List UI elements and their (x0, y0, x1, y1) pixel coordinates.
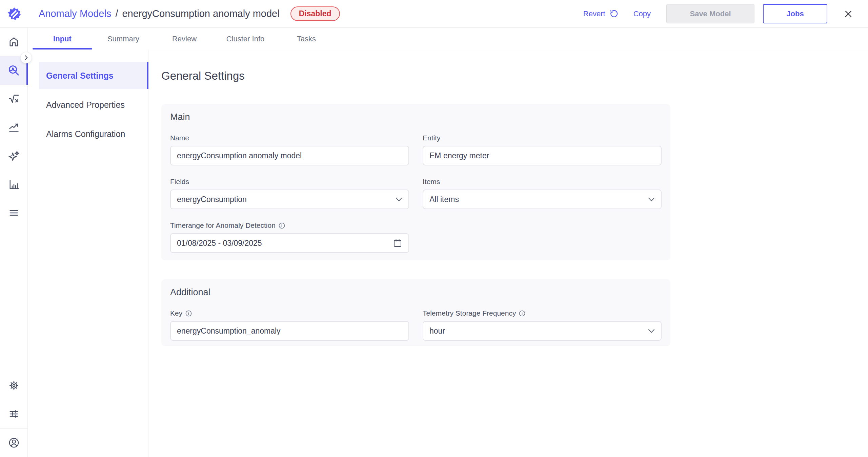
revert-button[interactable]: Revert (583, 9, 618, 18)
rail-item-sparkles[interactable] (0, 142, 27, 170)
field-key-label: Key (170, 309, 409, 317)
rail-item-trend[interactable] (0, 113, 27, 142)
header: Anomaly Models / energyConsumption anoma… (0, 0, 868, 28)
revert-undo-icon (609, 9, 618, 18)
field-entity: Entity (423, 134, 662, 165)
sliders-icon (8, 408, 20, 420)
rail-item-sliders[interactable] (0, 400, 27, 428)
chevron-down-icon (648, 197, 655, 202)
telemetry-frequency-select[interactable]: hour (423, 321, 662, 341)
breadcrumb: Anomaly Models / energyConsumption anoma… (39, 8, 280, 19)
timerange-value: 01/08/2025 - 03/09/2025 (177, 239, 262, 248)
formula-icon (8, 93, 20, 105)
info-icon[interactable] (185, 310, 192, 317)
revert-label: Revert (583, 9, 605, 18)
sidenav-item-general-settings[interactable]: General Settings (39, 62, 148, 89)
calendar-icon[interactable] (393, 238, 402, 248)
anomaly-search-icon (7, 64, 20, 77)
timerange-input[interactable]: 01/08/2025 - 03/09/2025 (170, 233, 409, 253)
entity-input[interactable] (423, 146, 662, 165)
tab-cluster-info[interactable]: Cluster Info (215, 28, 276, 50)
section-main-title: Main (170, 112, 662, 122)
telemetry-label-text: Telemetry Storage Frequency (423, 309, 516, 317)
tab-review[interactable]: Review (154, 28, 215, 50)
rail-item-settings[interactable] (0, 371, 27, 400)
field-timerange: Timerange for Anomaly Detection 01/08/20… (170, 221, 409, 253)
items-select[interactable]: All items (423, 190, 662, 209)
copy-button[interactable]: Copy (633, 9, 651, 18)
close-icon[interactable] (843, 8, 854, 19)
tab-tasks[interactable]: Tasks (276, 28, 337, 50)
chevron-down-icon (396, 197, 402, 202)
breadcrumb-current: energyConsumption anomaly model (122, 8, 279, 19)
jobs-button[interactable]: Jobs (763, 4, 827, 23)
tab-summary[interactable]: Summary (93, 28, 154, 50)
sidenav-item-alarms-configuration[interactable]: Alarms Configuration (39, 120, 148, 147)
info-icon[interactable] (279, 222, 285, 229)
main-content: General Settings Main Name Entity Fields (149, 50, 868, 457)
rail-item-bar-chart[interactable] (0, 170, 27, 199)
field-name: Name (170, 134, 409, 165)
settings-gear-icon (8, 379, 20, 392)
breadcrumb-parent-link[interactable]: Anomaly Models (39, 8, 111, 19)
settings-sidenav: General Settings Advanced Properties Ala… (28, 50, 148, 457)
profile-icon (7, 436, 20, 449)
telemetry-frequency-value: hour (429, 326, 445, 336)
timerange-label-text: Timerange for Anomaly Detection (170, 221, 276, 230)
page-title: General Settings (161, 69, 868, 83)
rail-spacer (0, 227, 27, 371)
sidebar-expand-button[interactable] (20, 52, 32, 63)
icon-rail (0, 28, 28, 457)
rail-item-formula[interactable] (0, 85, 27, 113)
field-entity-label: Entity (423, 134, 662, 142)
field-name-label: Name (170, 134, 409, 142)
name-input[interactable] (170, 146, 409, 165)
rail-item-menu[interactable] (0, 199, 27, 227)
tab-input[interactable]: Input (32, 28, 93, 50)
rail-item-profile[interactable] (0, 429, 27, 457)
app-logo-icon (7, 6, 22, 21)
field-telemetry-frequency: Telemetry Storage Frequency hour (423, 309, 662, 341)
field-key: Key (170, 309, 409, 341)
header-actions: Revert Copy Save Model Jobs (583, 4, 854, 23)
fields-select-value: energyConsumption (177, 195, 247, 204)
copy-label: Copy (633, 9, 651, 18)
app-window: Anomaly Models / energyConsumption anoma… (0, 0, 868, 457)
items-select-value: All items (429, 195, 459, 204)
trend-chart-icon (8, 121, 20, 134)
key-label-text: Key (170, 309, 182, 317)
tab-bar: Input Summary Review Cluster Info Tasks (28, 28, 868, 50)
section-additional-title: Additional (170, 287, 662, 298)
section-additional: Additional Key Telemetry (161, 279, 670, 346)
menu-icon (8, 207, 20, 219)
info-icon[interactable] (519, 310, 525, 317)
breadcrumb-separator: / (115, 8, 118, 19)
chevron-down-icon (648, 329, 655, 333)
bar-chart-icon (8, 178, 20, 191)
fields-select[interactable]: energyConsumption (170, 190, 409, 209)
field-items: Items All items (423, 178, 662, 209)
sidenav-item-advanced-properties[interactable]: Advanced Properties (39, 91, 148, 118)
field-timerange-label: Timerange for Anomaly Detection (170, 221, 409, 230)
key-input[interactable] (170, 321, 409, 341)
field-items-label: Items (423, 178, 662, 186)
section-main: Main Name Entity Fields energyConsumptio… (161, 104, 670, 260)
save-model-button[interactable]: Save Model (666, 4, 754, 23)
sparkles-icon (8, 150, 20, 162)
field-telemetry-label: Telemetry Storage Frequency (423, 309, 662, 317)
field-fields: Fields energyConsumption (170, 178, 409, 209)
chevron-right-icon (23, 54, 29, 61)
home-icon (8, 36, 20, 48)
field-fields-label: Fields (170, 178, 409, 186)
rail-item-home[interactable] (0, 28, 27, 56)
status-badge: Disabled (290, 6, 340, 21)
